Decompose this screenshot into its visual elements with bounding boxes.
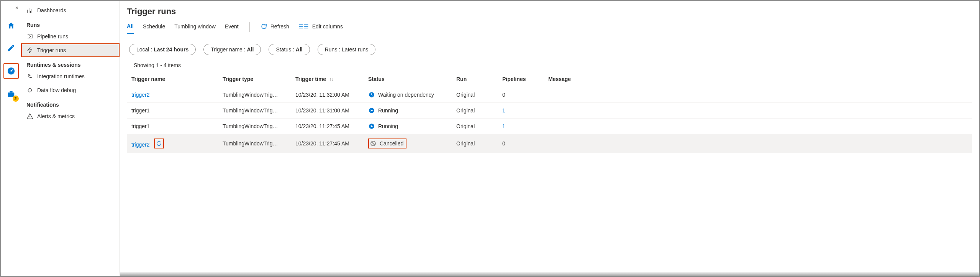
table-row[interactable]: trigger2TumblingWindowTrig…10/23/20, 11:… (127, 87, 972, 103)
pipelines-link[interactable]: 1 (502, 107, 505, 114)
home-icon (7, 21, 15, 30)
pipeline-icon (26, 33, 33, 40)
sidebar-data-flow-debug[interactable]: Data flow debug (21, 83, 120, 97)
col-run[interactable]: Run (452, 71, 498, 87)
status-icon (368, 91, 375, 98)
trigger-time-cell: 10/23/20, 11:32:00 AM (292, 87, 364, 103)
columns-icon: ☰☰ (298, 23, 309, 30)
rail-author[interactable] (4, 41, 18, 55)
tab-event[interactable]: Event (225, 23, 239, 33)
pipelines-text: 0 (502, 92, 505, 98)
svg-point-1 (10, 70, 12, 72)
trigger-name-link[interactable]: trigger2 (131, 142, 149, 148)
message-cell (544, 119, 972, 134)
table-row[interactable]: trigger2 TumblingWindowTrig…10/23/20, 11… (127, 134, 972, 153)
filter-local[interactable]: Local : Last 24 hours (129, 44, 196, 55)
debug-icon (26, 87, 33, 94)
svg-line-9 (372, 142, 375, 145)
run-cell: Original (452, 87, 498, 103)
sidebar-pipeline-runs[interactable]: Pipeline runs (21, 30, 120, 43)
table-row[interactable]: trigger1TumblingWindowTrig…10/23/20, 11:… (127, 119, 972, 134)
connection-icon (26, 73, 33, 80)
sidebar-header-runs: Runs (21, 17, 120, 30)
trigger-name-text: trigger1 (131, 107, 149, 114)
col-pipelines[interactable]: Pipelines (498, 71, 544, 87)
edit-columns-button[interactable]: ☰☰ Edit columns (298, 23, 343, 33)
tab-schedule[interactable]: Schedule (143, 23, 165, 33)
sidebar-trigger-runs[interactable]: Trigger runs (21, 43, 120, 57)
pencil-icon (7, 44, 15, 52)
sidebar-label: Pipeline runs (37, 33, 68, 40)
rail-manage[interactable]: 2 (4, 87, 18, 101)
trigger-time-cell: 10/23/20, 11:27:45 AM (292, 119, 364, 134)
trigger-time-cell: 10/23/20, 11:27:45 AM (292, 134, 364, 153)
sidebar-alerts-metrics[interactable]: Alerts & metrics (21, 109, 120, 123)
action-label: Edit columns (312, 23, 343, 30)
sidebar-header-notifications: Notifications (21, 97, 120, 109)
col-trigger-name[interactable]: Trigger name (127, 71, 219, 87)
sidebar-label: Trigger runs (37, 47, 66, 53)
sidebar-label: Dashboards (37, 7, 66, 13)
showing-count: Showing 1 - 4 items (134, 62, 972, 68)
trigger-type-cell: TumblingWindowTrig… (219, 119, 292, 134)
col-status[interactable]: Status (364, 71, 452, 87)
tabs-toolbar: All Schedule Tumbling window Event Refre… (127, 22, 972, 35)
warning-icon (26, 113, 33, 120)
col-trigger-time[interactable]: Trigger time ↑↓ (292, 71, 364, 87)
sidebar-integration-runtimes[interactable]: Integration runtimes (21, 69, 120, 83)
status-icon (368, 107, 375, 114)
message-cell (544, 103, 972, 119)
rail-monitor[interactable] (3, 63, 19, 79)
status-highlight: Cancelled (368, 138, 406, 148)
sidebar: Dashboards Runs Pipeline runs Trigger ru… (21, 1, 120, 276)
trigger-type-cell: TumblingWindowTrig… (219, 134, 292, 153)
status-text: Running (378, 123, 398, 129)
trigger-time-cell: 10/23/20, 11:31:00 AM (292, 103, 364, 119)
bar-chart-icon (26, 7, 33, 14)
filter-status[interactable]: Status : All (269, 44, 310, 55)
status-icon (370, 140, 377, 147)
scrollbar-shadow (120, 272, 979, 276)
main-content: Trigger runs All Schedule Tumbling windo… (120, 1, 979, 276)
status-icon (368, 123, 375, 130)
trigger-icon (26, 47, 33, 54)
action-label: Refresh (270, 23, 289, 30)
gauge-icon (7, 67, 15, 75)
rail-badge: 2 (13, 96, 19, 102)
table-row[interactable]: trigger1TumblingWindowTrig…10/23/20, 11:… (127, 103, 972, 119)
svg-point-4 (28, 89, 32, 92)
run-cell: Original (452, 103, 498, 119)
pipelines-link[interactable]: 1 (502, 123, 505, 129)
message-cell (544, 134, 972, 153)
collapse-rail-icon[interactable]: » (15, 4, 18, 10)
tab-all[interactable]: All (127, 23, 134, 34)
tab-tumbling[interactable]: Tumbling window (174, 23, 216, 33)
refresh-button[interactable]: Refresh (261, 23, 289, 34)
status-text: Running (378, 107, 398, 114)
trigger-name-text: trigger1 (131, 123, 149, 129)
trigger-name-link[interactable]: trigger2 (131, 92, 149, 98)
sidebar-dashboards[interactable]: Dashboards (21, 3, 120, 17)
filter-pills: Local : Last 24 hours Trigger name : All… (129, 44, 972, 55)
separator (249, 22, 250, 32)
message-cell (544, 87, 972, 103)
filter-trigger-name[interactable]: Trigger name : All (203, 44, 261, 55)
trigger-type-cell: TumblingWindowTrig… (219, 103, 292, 119)
page-title: Trigger runs (127, 7, 972, 16)
sidebar-label: Data flow debug (37, 87, 76, 93)
refresh-icon (261, 23, 267, 30)
sidebar-label: Integration runtimes (37, 73, 85, 79)
filter-runs[interactable]: Runs : Latest runs (318, 44, 376, 55)
col-trigger-type[interactable]: Trigger type (219, 71, 292, 87)
sidebar-label: Alerts & metrics (37, 113, 75, 119)
icon-rail: » 2 (1, 1, 21, 276)
status-text: Waiting on dependency (378, 92, 434, 98)
rerun-button[interactable] (154, 138, 164, 148)
pipelines-text: 0 (502, 140, 505, 147)
rail-home[interactable] (4, 19, 18, 33)
trigger-runs-table: Trigger name Trigger type Trigger time ↑… (127, 71, 972, 153)
sidebar-header-runtimes: Runtimes & sessions (21, 57, 120, 69)
svg-rect-3 (10, 91, 12, 93)
status-text: Cancelled (380, 140, 403, 147)
col-message[interactable]: Message (544, 71, 972, 87)
